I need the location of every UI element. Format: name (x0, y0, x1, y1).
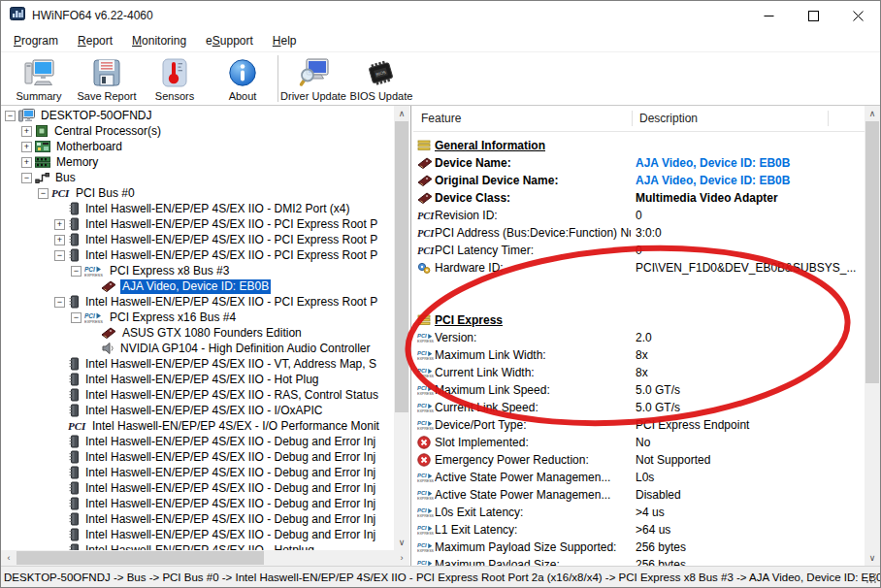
maximize-button[interactable] (791, 1, 835, 30)
menu-item-esupport[interactable]: eSupport (196, 32, 263, 49)
tree-item[interactable]: Intel Haswell-EN/EP/EP 4S/EX IIO - Debug… (1, 496, 394, 511)
tree-item[interactable]: Intel Haswell-EN/EP/EP 4S/EX IIO - Debug… (1, 449, 394, 465)
tree-item[interactable]: −PCIEXPRESSPCI Express x16 Bus #4 (1, 310, 394, 325)
feature-row[interactable]: PCIRevision ID:0 (413, 207, 865, 224)
tree-item[interactable]: −Intel Haswell-EN/EP/EP 4S/EX IIO - PCI … (1, 294, 394, 310)
tree-item[interactable]: +Intel Haswell-EN/EP/EP 4S/EX IIO - PCI … (1, 232, 394, 247)
feature-row[interactable]: Original Device Name:AJA Video, Device I… (413, 172, 865, 189)
tree-item[interactable]: −DESKTOP-50OFNDJ (1, 108, 394, 123)
feature-row[interactable]: Slot Implemented:No (413, 434, 865, 451)
feature-row[interactable]: PCIEXPRESSL1 Exit Latency:>64 us (413, 521, 865, 539)
menu-label-post: rogram (21, 34, 58, 48)
scroll-left-icon[interactable]: ‹ (1, 550, 16, 566)
collapse-toggle[interactable]: − (5, 111, 16, 121)
svg-text:EXPRESS: EXPRESS (84, 319, 103, 324)
tree-horizontal-scrollbar[interactable]: ‹ › (1, 550, 409, 566)
section-row[interactable]: PCI Express (413, 311, 865, 329)
tree-item[interactable]: −PCIEXPRESSPCI Express x8 Bus #3 (1, 263, 394, 278)
feature-row[interactable]: PCIEXPRESSMaximum Link Speed:5.0 GT/s (413, 381, 865, 399)
tree-item[interactable]: −PCIPCI Bus #0 (1, 185, 394, 201)
menu-item-monitoring[interactable]: Monitoring (122, 32, 196, 49)
tree-item[interactable]: Intel Haswell-EN/EP/EP 4S/EX IIO - Debug… (1, 527, 394, 542)
feature-row[interactable]: PCIEXPRESSCurrent Link Width:8x (413, 364, 865, 381)
tree-item[interactable]: ASUS GTX 1080 Founders Edition (1, 325, 394, 341)
collapse-toggle[interactable]: − (38, 188, 49, 199)
tree-item[interactable]: Intel Haswell-EN/EP/EP 4S/EX IIO - Debug… (1, 480, 394, 496)
section-row[interactable]: General Information (413, 137, 865, 154)
collapse-toggle[interactable]: − (71, 312, 82, 323)
close-button[interactable] (835, 1, 880, 30)
tree-item[interactable]: Intel Haswell-EN/EP/EP 4S/EX IIO - Debug… (1, 465, 394, 480)
column-divider[interactable] (632, 111, 633, 126)
tree-item[interactable]: +Central Processor(s) (1, 123, 394, 139)
column-header-feature[interactable]: Feature (421, 106, 461, 131)
feature-row[interactable]: PCIEXPRESSMaximum Payload Size:256 bytes (413, 556, 865, 566)
sensors-button[interactable]: Sensors (141, 52, 209, 105)
feature-row[interactable]: Hardware ID:PCI\VEN_F1D0&DEV_EB0B&SUBSYS… (413, 259, 865, 277)
collapse-toggle[interactable]: − (71, 266, 82, 277)
menu-item-help[interactable]: Help (263, 32, 307, 49)
feature-row[interactable]: PCIEXPRESSDevice/Port Type:PCI Express E… (413, 416, 865, 434)
redx-icon (413, 436, 435, 449)
feature-row[interactable]: PCIEXPRESSActive State Power Managemen..… (413, 469, 865, 486)
expand-toggle[interactable]: + (54, 235, 65, 245)
resize-grip[interactable] (865, 572, 877, 584)
tree-item[interactable]: Intel Haswell-EN/EP/EP 4S/EX IIO - Hotpl… (1, 542, 394, 550)
collapse-toggle[interactable]: − (21, 173, 32, 183)
tree-item[interactable]: Intel Haswell-EN/EP/EP 4S/EX IIO - Debug… (1, 511, 394, 527)
tree-item[interactable]: Intel Haswell-EN/EP/EP 4S/EX IIO - Hot P… (1, 372, 394, 387)
expand-toggle[interactable]: + (21, 157, 32, 168)
details-vscroll-thumb[interactable] (865, 121, 879, 383)
scroll-up-icon[interactable]: ∧ (865, 106, 880, 121)
feature-row[interactable]: PCIEXPRESSCurrent Link Speed:5.0 GT/s (413, 399, 865, 416)
feature-row[interactable]: PCIEXPRESSMaximum Payload Size Supported… (413, 539, 865, 556)
feature-row[interactable]: PCIPCI Latency Timer:0 (413, 242, 865, 259)
bios-update-button[interactable]: BIOSBIOS Update (347, 52, 415, 105)
column-divider[interactable] (828, 111, 829, 126)
tree-item[interactable]: NVIDIA GP104 - High Definition Audio Con… (1, 341, 394, 356)
feature-row[interactable]: PCIPCI Address (Bus:Device:Function) Nu.… (413, 224, 865, 242)
details-vertical-scrollbar[interactable]: ∧ ∨ (865, 106, 880, 566)
tree-item[interactable]: +Memory (1, 154, 394, 170)
chip-icon (68, 543, 80, 550)
minimize-button[interactable] (746, 1, 791, 30)
feature-row[interactable]: Device Name:AJA Video, Device ID: EB0B (413, 154, 865, 172)
tree-vscroll-thumb[interactable] (395, 121, 408, 412)
scroll-right-icon[interactable]: › (394, 550, 409, 566)
feature-row[interactable]: PCIEXPRESSActive State Power Managemen..… (413, 486, 865, 504)
tree-item[interactable]: Intel Haswell-EN/EP/EP 4S/EX IIO - Debug… (1, 434, 394, 449)
tree-vertical-scrollbar[interactable]: ∧ ∨ (394, 106, 409, 550)
column-header-description[interactable]: Description (639, 106, 698, 131)
expand-toggle[interactable]: + (21, 142, 32, 152)
tree-item[interactable]: Intel Haswell-EN/EP/EP 4S/EX IIO - I/OxA… (1, 403, 394, 418)
scroll-down-icon[interactable]: ∨ (865, 550, 880, 566)
feature-row[interactable]: PCIEXPRESSL0s Exit Latency:>4 us (413, 504, 865, 521)
expand-toggle[interactable]: + (54, 219, 65, 230)
tree-item[interactable]: Intel Haswell-EN/EP/EP 4S/EX IIO - VT, A… (1, 356, 394, 372)
scroll-up-icon[interactable]: ∧ (394, 106, 409, 121)
tree-item[interactable]: +Motherboard (1, 139, 394, 154)
tree-hscroll-thumb[interactable] (16, 551, 264, 565)
driver-update-button[interactable]: Driver Update (279, 52, 347, 105)
menu-item-report[interactable]: Report (68, 32, 122, 49)
tree-item[interactable]: +Intel Haswell-EN/EP/EP 4S/EX IIO - PCI … (1, 216, 394, 232)
tree-item[interactable]: AJA Video, Device ID: EB0B (1, 278, 394, 294)
collapse-toggle[interactable]: − (54, 297, 65, 308)
tree-item[interactable]: −Bus (1, 170, 394, 185)
collapse-toggle[interactable]: − (54, 250, 65, 261)
tree-item[interactable]: Intel Haswell-EN/EP/EP 4S/EX IIO - RAS, … (1, 387, 394, 403)
save-report-button[interactable]: Save Report (73, 52, 141, 105)
expand-toggle[interactable]: + (21, 126, 32, 137)
feature-row[interactable]: PCIEXPRESSMaximum Link Width:8x (413, 346, 865, 364)
chip-icon (68, 388, 80, 402)
feature-row[interactable]: Device Class:Multimedia Video Adapter (413, 189, 865, 207)
feature-row[interactable]: PCIEXPRESSVersion:2.0 (413, 329, 865, 346)
scroll-down-icon[interactable]: ∨ (394, 535, 409, 550)
tree-item[interactable]: −Intel Haswell-EN/EP/EP 4S/EX IIO - PCI … (1, 247, 394, 263)
summary-button[interactable]: Summary (5, 52, 73, 105)
menu-item-program[interactable]: Program (4, 32, 68, 49)
tree-item[interactable]: PCIIntel Haswell-EN/EP/EP 4S/EX - I/O Pe… (1, 418, 394, 434)
feature-row[interactable]: Emergency Power Reduction:Not Supported (413, 451, 865, 469)
about-button[interactable]: About (209, 52, 277, 105)
tree-item[interactable]: Intel Haswell-EN/EP/EP 4S/EX IIO - DMI2 … (1, 201, 394, 216)
